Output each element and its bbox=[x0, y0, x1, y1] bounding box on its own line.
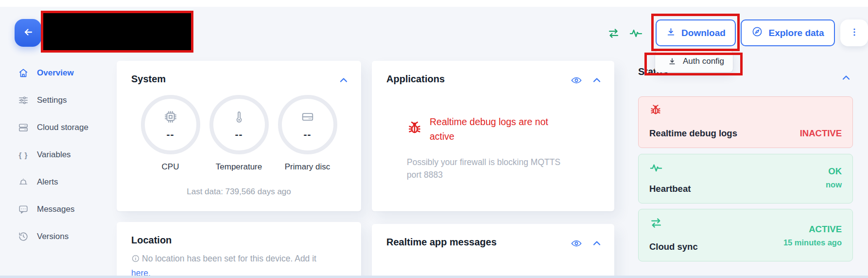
system-card-title: System bbox=[131, 74, 166, 85]
sidebar-item-label: Overview bbox=[37, 68, 74, 78]
bug-icon bbox=[649, 104, 662, 116]
chat-bubble-icon bbox=[18, 204, 29, 215]
pulse-icon bbox=[649, 161, 663, 175]
top-white-strip bbox=[0, 0, 868, 7]
status-card-cloud-sync[interactable]: Cloud sync ACTIVE 15 minutes ago bbox=[638, 209, 853, 261]
compass-icon bbox=[751, 26, 763, 40]
auth-config-label: Auth config bbox=[683, 56, 724, 66]
sliders-icon bbox=[18, 95, 29, 106]
metric-label: Temperature bbox=[216, 162, 262, 172]
last-data-text: Last data: 739,566 days ago bbox=[117, 187, 361, 197]
status-badge: INACTIVE bbox=[800, 128, 842, 139]
metric-cpu: -- CPU bbox=[141, 95, 200, 172]
pulse-icon[interactable] bbox=[629, 26, 643, 40]
status-card-heartbeat[interactable]: Heartbeat OK now bbox=[638, 154, 853, 204]
status-badge: OK bbox=[826, 166, 842, 177]
realtime-card-title: Realtime app messages bbox=[386, 237, 497, 248]
download-button-label: Download bbox=[681, 28, 726, 38]
metric-gauge: -- bbox=[209, 95, 269, 154]
debug-logs-error: Realtime debug logs are not active bbox=[407, 114, 562, 144]
location-notice: No location has been set for this device… bbox=[131, 252, 338, 278]
sidebar-item-cloud-storage[interactable]: Cloud storage bbox=[0, 114, 117, 141]
download-button[interactable]: Download bbox=[656, 19, 736, 46]
sidebar: Overview Settings Cloud storage { } Vari… bbox=[0, 59, 117, 250]
location-notice-text: No location has been set for this device… bbox=[142, 254, 316, 263]
status-time: 15 minutes ago bbox=[783, 238, 842, 247]
error-message: Realtime debug logs are not active bbox=[430, 114, 562, 144]
metric-primary-disc: -- Primary disc bbox=[278, 95, 337, 172]
metric-gauge: -- bbox=[141, 95, 200, 154]
sidebar-item-messages[interactable]: Messages bbox=[0, 196, 117, 223]
info-icon bbox=[131, 254, 140, 267]
metric-temperature: -- Temperature bbox=[209, 95, 269, 172]
sync-arrows-icon[interactable] bbox=[607, 27, 620, 40]
sidebar-item-label: Variables bbox=[37, 150, 71, 160]
disk-icon bbox=[300, 110, 315, 126]
cpu-icon bbox=[163, 110, 178, 126]
realtime-messages-card: Realtime app messages bbox=[372, 224, 614, 278]
thermometer-icon bbox=[232, 110, 246, 126]
sidebar-item-settings[interactable]: Settings bbox=[0, 87, 117, 114]
location-card: Location No location has been set for th… bbox=[117, 222, 361, 278]
sidebar-item-label: Messages bbox=[37, 204, 74, 214]
sidebar-item-variables[interactable]: { } Variables bbox=[0, 141, 117, 168]
status-label: Realtime debug logs bbox=[649, 128, 737, 139]
back-button[interactable] bbox=[15, 19, 41, 47]
sidebar-item-label: Settings bbox=[37, 95, 67, 105]
chevron-up-icon[interactable] bbox=[338, 74, 349, 88]
sidebar-item-label: Versions bbox=[37, 232, 69, 241]
horizontal-scrollbar[interactable] bbox=[0, 276, 868, 278]
metric-value: -- bbox=[235, 129, 243, 140]
download-icon bbox=[668, 57, 677, 66]
status-label: Heartbeat bbox=[649, 184, 691, 194]
sidebar-item-label: Cloud storage bbox=[37, 123, 88, 132]
chevron-up-icon[interactable] bbox=[591, 238, 603, 251]
metric-gauge: -- bbox=[278, 95, 337, 154]
download-icon bbox=[666, 27, 676, 39]
system-metrics: -- CPU -- Temperature -- bbox=[117, 95, 361, 172]
sidebar-item-overview[interactable]: Overview bbox=[0, 59, 117, 87]
kebab-menu-icon bbox=[849, 27, 860, 39]
chevron-up-icon[interactable] bbox=[591, 74, 603, 88]
system-card: System -- CPU -- bbox=[117, 61, 361, 211]
status-label: Cloud sync bbox=[649, 241, 698, 252]
applications-card-title: Applications bbox=[386, 74, 445, 85]
bug-icon bbox=[407, 120, 422, 138]
status-card-debug-logs[interactable]: Realtime debug logs INACTIVE bbox=[638, 96, 853, 148]
eye-icon[interactable] bbox=[571, 238, 582, 251]
status-time: now bbox=[826, 180, 842, 189]
storage-icon bbox=[18, 122, 29, 133]
sidebar-item-versions[interactable]: Versions bbox=[0, 223, 117, 250]
status-badge: ACTIVE bbox=[783, 224, 842, 235]
sync-arrows-icon bbox=[649, 216, 663, 230]
explore-data-button-label: Explore data bbox=[768, 28, 824, 38]
more-options-button[interactable] bbox=[840, 19, 868, 46]
history-icon bbox=[18, 231, 29, 242]
applications-card: Applications Realtime debug logs are not… bbox=[372, 61, 614, 211]
eye-icon[interactable] bbox=[571, 74, 582, 88]
alarm-icon bbox=[18, 177, 29, 187]
metric-value: -- bbox=[304, 129, 312, 140]
braces-icon: { } bbox=[18, 151, 29, 159]
device-dashboard: Overview Settings Cloud storage { } Vari… bbox=[0, 0, 868, 278]
explore-data-button[interactable]: Explore data bbox=[741, 19, 835, 46]
sidebar-item-label: Alerts bbox=[37, 177, 58, 187]
location-card-title: Location bbox=[131, 235, 172, 246]
auth-config-menu-item[interactable]: Auth config bbox=[655, 50, 733, 73]
chevron-up-icon[interactable] bbox=[840, 72, 852, 86]
redacted-device-name bbox=[41, 11, 193, 53]
sidebar-item-alerts[interactable]: Alerts bbox=[0, 168, 117, 196]
metric-value: -- bbox=[167, 129, 174, 140]
metric-label: CPU bbox=[162, 162, 179, 172]
metric-label: Primary disc bbox=[285, 162, 330, 172]
arrow-left-icon bbox=[22, 26, 34, 40]
error-hint: Possibly your firewall is blocking MQTTS… bbox=[407, 156, 574, 182]
home-icon bbox=[18, 68, 29, 78]
